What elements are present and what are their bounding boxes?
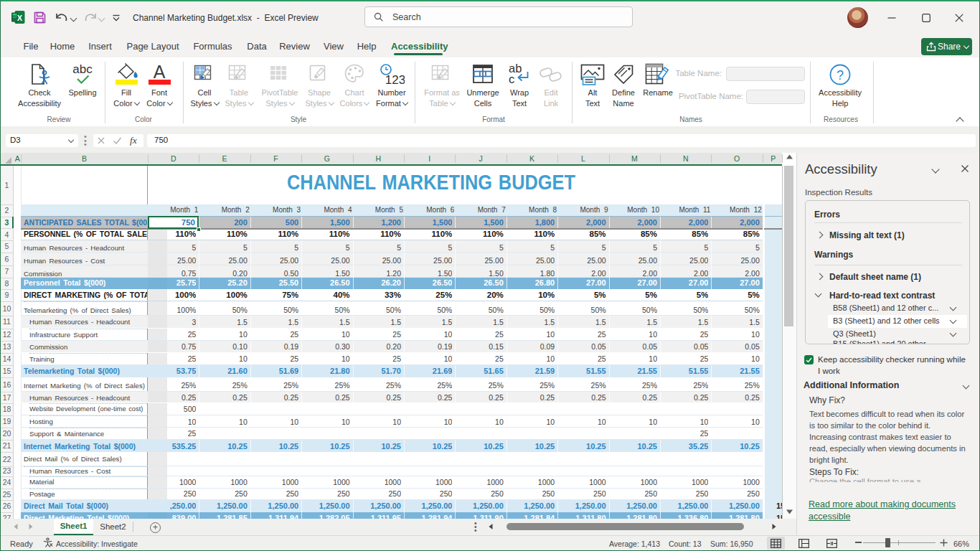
svg-text:X: X: [17, 14, 23, 22]
svg-text:?: ?: [837, 68, 844, 83]
svg-text:A: A: [154, 63, 166, 82]
svg-text:123: 123: [385, 73, 405, 86]
svg-text:abc: abc: [72, 63, 93, 76]
svg-text:c: c: [509, 72, 514, 85]
